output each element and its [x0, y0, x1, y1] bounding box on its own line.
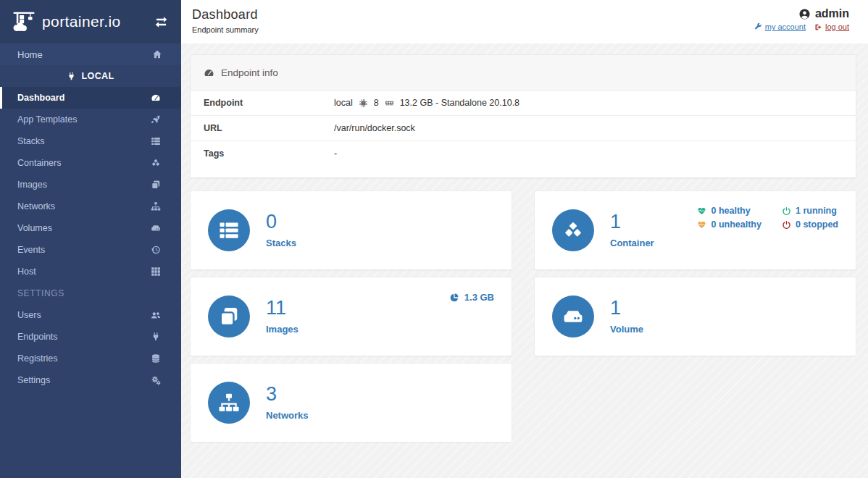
exchange-icon[interactable] [154, 15, 168, 29]
dashboard-content: Endpoint info Endpointlocal813.2 GB - St… [181, 43, 868, 478]
users-icon [151, 310, 161, 320]
power-icon [782, 206, 791, 216]
container-statuses: 0 healthy1 running0 unhealthy0 stopped [697, 206, 838, 230]
tachometer-icon [204, 67, 214, 78]
page-header: Dashboard Endpoint summary admin my acco… [181, 0, 868, 43]
endpoint-info-row-endpoint: Endpointlocal813.2 GB - Standalone 20.10… [191, 91, 856, 116]
tachometer-icon [151, 93, 161, 103]
images-size-total: 1.3 GB [449, 292, 494, 303]
cubes-icon [151, 158, 161, 168]
sidebar-item-label: Host [17, 267, 151, 277]
sidebar-item-events[interactable]: Events [0, 239, 181, 261]
sidebar-item-networks[interactable]: Networks [0, 196, 181, 217]
user-name: admin [754, 7, 849, 20]
endpoint-info-row-tags: Tags- [191, 141, 856, 167]
row-value: - [334, 148, 847, 159]
sidebar-item-volumes[interactable]: Volumes [0, 217, 181, 239]
portainer-logo[interactable]: portainer.io [12, 9, 121, 35]
row-value: local813.2 GB - Standalone 20.10.8 [334, 98, 847, 108]
sidebar-item-label: Images [17, 180, 151, 190]
sidebar-header: portainer.io [0, 0, 181, 43]
dashboard-card-images[interactable]: 11Images1.3 GB [190, 277, 512, 356]
row-value: /var/run/docker.sock [334, 123, 847, 133]
dashboard-card-stacks[interactable]: 0Stacks [190, 190, 512, 270]
status-label: 0 healthy [711, 206, 750, 216]
card-count: 11 [266, 298, 299, 318]
sidebar-item-home[interactable]: Home [0, 43, 181, 65]
endpoint-info-title: Endpoint info [221, 67, 278, 78]
memory-icon [385, 98, 394, 108]
dashboard-card-volumes[interactable]: 1Volume [534, 277, 856, 356]
status-label: 0 stopped [796, 219, 838, 230]
my-account-link[interactable]: my account [754, 22, 806, 31]
user-circle-icon [798, 8, 811, 20]
row-label: Tags [191, 141, 325, 167]
sidebar-item-label: Registries [17, 353, 151, 364]
sidebar-item-stacks[interactable]: Stacks [0, 130, 181, 152]
sitemap-icon [151, 201, 161, 211]
dashboard-card-containers[interactable]: 1Container0 healthy1 running0 unhealthy0… [534, 190, 856, 270]
hdd-icon [151, 223, 161, 233]
sidebar-item-containers[interactable]: Containers [0, 152, 181, 174]
sidebar-item-images[interactable]: Images [0, 174, 181, 196]
sidebar-item-settings[interactable]: Settings [0, 369, 181, 391]
th-icon [151, 267, 161, 277]
endpoint-info-widget: Endpoint info Endpointlocal813.2 GB - St… [190, 54, 856, 178]
home-label: Home [17, 49, 43, 60]
settings-section-title: SETTINGS [0, 282, 181, 304]
sidebar-menu: DashboardApp TemplatesStacksContainersIm… [0, 87, 181, 282]
sidebar-item-label: Users [17, 310, 151, 320]
sidebar-item-label: Containers [17, 158, 151, 168]
endpoint-switch-local[interactable]: LOCAL [0, 65, 181, 87]
microchip-icon [359, 98, 368, 108]
value-text: /var/run/docker.sock [334, 123, 415, 133]
log-out-link[interactable]: log out [814, 22, 849, 31]
value-text: local [334, 98, 353, 108]
sidebar-item-host[interactable]: Host [0, 261, 181, 282]
heartbeat-icon [697, 206, 706, 216]
card-count: 1 [610, 212, 654, 232]
sign-out-icon [814, 23, 822, 31]
dashboard-card-networks[interactable]: 3Networks [190, 363, 512, 443]
sidebar-item-label: Dashboard [17, 93, 151, 103]
value-text: 13.2 GB - Standalone 20.10.8 [400, 98, 519, 108]
page-title: Dashboard [192, 7, 259, 22]
card-label: Networks [266, 410, 309, 421]
pie-chart-icon [449, 293, 459, 303]
endpoint-info-table: Endpointlocal813.2 GB - Standalone 20.10… [191, 91, 856, 166]
sidebar-item-label: Stacks [17, 136, 151, 146]
th-list-icon [151, 136, 161, 146]
clone-icon [208, 295, 250, 337]
status-label: 1 running [796, 206, 837, 216]
endpoint-info-header: Endpoint info [191, 55, 856, 91]
card-label: Volume [610, 324, 643, 335]
user-block: admin my accountlog out [754, 7, 849, 43]
card-count: 1 [610, 298, 643, 318]
sidebar-item-label: Networks [17, 201, 151, 211]
sidebar-item-dashboard[interactable]: Dashboard [0, 87, 181, 109]
sidebar-settings-menu: UsersEndpointsRegistriesSettings [0, 304, 181, 391]
sidebar-item-registries[interactable]: Registries [0, 348, 181, 369]
card-count: 3 [266, 385, 309, 404]
value-text: - [334, 148, 337, 159]
sidebar-item-label: Events [17, 245, 151, 255]
sidebar-item-label: App Templates [17, 114, 151, 125]
plug-icon [67, 72, 76, 81]
plug-icon [151, 332, 161, 342]
wrench-icon [754, 23, 762, 31]
power-icon [782, 220, 791, 230]
sidebar-item-label: Volumes [17, 223, 151, 233]
endpoint-info-row-url: URL/var/run/docker.sock [191, 116, 856, 141]
size-label: 1.3 GB [464, 292, 494, 303]
th-list-icon [208, 209, 250, 251]
sidebar-item-label: Settings [17, 375, 151, 385]
value-text: 8 [374, 98, 379, 108]
user-name-label: admin [815, 7, 849, 20]
sidebar-item-label: Endpoints [17, 332, 151, 342]
rocket-icon [151, 114, 161, 125]
main-area: Dashboard Endpoint summary admin my acco… [181, 0, 868, 478]
cubes-icon [552, 209, 594, 251]
sidebar-item-users[interactable]: Users [0, 304, 181, 326]
sidebar-item-app-templates[interactable]: App Templates [0, 109, 181, 130]
sidebar-item-endpoints[interactable]: Endpoints [0, 326, 181, 348]
